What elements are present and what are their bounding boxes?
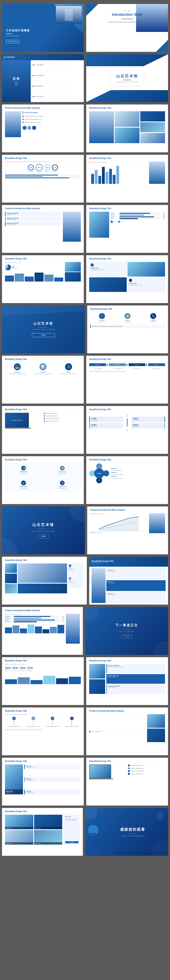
slide-14r-title: Beautifully Design Title xyxy=(89,660,165,662)
slide-12-right: Beautifully Design Title Subtitle descri… xyxy=(89,557,168,605)
slide-16-left: Beautifully Design Title Main Title Subt… xyxy=(2,758,84,805)
slide-6l-title: Beautifully Design Title xyxy=(5,258,81,260)
steps-row-15l: 01 Step description for phase one 02 Ste… xyxy=(5,717,81,727)
slide-5r-title: Beautifully Design Title xyxy=(89,207,165,210)
slide-3r-title: Beautifully Design Title xyxy=(89,107,165,109)
slide-4l-title: Beautifully Design Title xyxy=(5,157,81,159)
toc-item-2: 02 工作亮点展示 xyxy=(33,75,82,76)
slide-row-5: Product Essential And Mind Analysis Anal… xyxy=(2,205,168,253)
cn-brand-btn-7l[interactable]: 了解更多 xyxy=(32,333,55,337)
slide-3l-title: Product Essential And Main Analysis xyxy=(5,107,81,109)
slide-5l-title: Product Essential And Mind Analysis xyxy=(5,207,81,210)
slide-3-left: Product Essential And Main Analysis Prod… xyxy=(2,105,84,152)
slide-16-right: Beautifully Design Title Device descript… xyxy=(86,758,168,805)
slide-4-right: Beautifully Design Title Data analysis r… xyxy=(86,155,168,202)
slide-14-left: Beautifully Design Title Comprehensive a… xyxy=(2,657,84,705)
slide-9r-title: Beautifully Design Title xyxy=(89,408,165,410)
slide-15-left: Beautifully Design Title Process flow an… xyxy=(2,708,84,755)
cn-brand-7l: 山石艺术馆 xyxy=(32,321,55,326)
slide-12r-title: Beautifully Design Title xyxy=(92,560,114,562)
grid-item-3: 🔗 Feature Three Short description xyxy=(5,478,42,491)
cn-btn-11l[interactable]: 了解更多 xyxy=(38,535,49,538)
slide-15l-title: Beautifully Design Title xyxy=(5,710,81,712)
slide-17-right: 感谢您的观看 THANK YOU FOR WATCHING xyxy=(85,808,168,856)
next-chapter-sub: NEXT CHAPTER xyxy=(115,631,138,632)
next-chapter-btn[interactable]: 下一章 xyxy=(122,635,132,639)
slide-row-11: 山石艺术馆 SHANSHI ART MUSEUM 了解更多 Product Es… xyxy=(2,506,168,554)
slide-8-left: Beautifully Design Title 💻 Technology Co… xyxy=(2,356,84,404)
stat-1: 32% Category A xyxy=(28,164,34,172)
slide-9-right: Beautifully Design Title 上升指标 Descriptio… xyxy=(86,406,168,454)
slide-8l-title: Beautifully Design Title xyxy=(5,358,81,360)
slide-2-left: CONTENT 目录 01 工作完成情况 02 工作亮点展示 xyxy=(2,54,84,102)
slide-9l-title: Beautifully Design Title xyxy=(5,408,81,410)
cover-subtitle-cn: 年终工作总结汇报 xyxy=(6,35,80,37)
slide-16l-title: Beautifully Design Title xyxy=(5,760,81,762)
toc-cn-title: 目录 xyxy=(13,77,20,81)
slide-7-left: 山石艺术馆 SHANSHI ART MUSEUM 了解更多 xyxy=(2,305,85,353)
slide-10-right: Beautifully Design Title Center A B C D … xyxy=(86,456,168,504)
slide-12l-title: Beautifully Design Title xyxy=(5,559,84,561)
item-3: Additional information text here xyxy=(22,122,81,123)
slide-row-16: Beautifully Design Title Main Title Subt… xyxy=(2,758,168,805)
slide-row-6: Beautifully Design Title Performance met… xyxy=(2,255,168,303)
laptop-item-3: Feature description three xyxy=(44,418,81,419)
slide-row-17: Beautifully Design Title Image caption I… xyxy=(2,808,168,856)
item-1: Content text goes here for this item xyxy=(22,116,81,117)
icon-item-2: ⭐ Quality Description text xyxy=(116,313,139,323)
stat-4: 11% Category D xyxy=(52,164,58,172)
toc-item-4: 04 明年工作计划 xyxy=(33,96,82,98)
slide-14l-title: Beautifully Design Title xyxy=(5,660,81,662)
intro-title: Introduction Slide xyxy=(90,13,164,17)
cover-btn-cn[interactable]: 点击输入您的内容 xyxy=(6,40,19,43)
3col-item-2: 📊 Analytics Content description for this… xyxy=(31,363,55,374)
cn-sub-11l: SHANSHI ART MUSEUM xyxy=(32,531,55,532)
icon-item-1: 📍 Location Description text xyxy=(90,313,114,323)
cn-brand-title-2r: 山石艺术馆 xyxy=(116,74,138,78)
slide-10r-title: Beautifully Design Title xyxy=(89,458,165,461)
slide-13-left: Product Essential And Main Analysis Prod… xyxy=(2,607,83,655)
slide-10-left: Beautifully Design Title 🌙 Feature One S… xyxy=(2,456,84,504)
toc-item-3: 03 存在问题不足 xyxy=(33,85,82,87)
slide-9-left: Beautifully Design Title Screen Content … xyxy=(2,406,84,454)
slide-11-right: Product Essential And Main Analysis Grow… xyxy=(87,506,168,554)
slide-13-right: 下一章是正文 NEXT CHAPTER 下一章 xyxy=(85,607,168,655)
slide-13l-title: Product Essential And Main Analysis xyxy=(5,609,80,611)
stat-3: 12% Category C xyxy=(44,164,50,172)
3col-item-3: 🌐 Global Content description for this fe… xyxy=(56,363,81,374)
slide-row-15: Beautifully Design Title Process flow an… xyxy=(2,708,168,755)
slide-6r-title: Beautifully Design Title xyxy=(89,258,165,260)
slide-5-right: Beautifully Design Title Item A 75% Item… xyxy=(86,205,168,253)
cn-brand-sub-7l: SHANSHI ART MUSEUM xyxy=(32,329,55,330)
cn-brand-subtitle-2r: SHANSHI ART MUSEUM xyxy=(116,81,138,83)
slide-4-left: Beautifully Design Title Content descrip… xyxy=(2,155,84,202)
slide-8r-title: Beautifully Design Title xyxy=(89,358,165,360)
slide-5-left: Product Essential And Mind Analysis Anal… xyxy=(2,205,84,253)
icon-item-3: 🔧 Support Description text xyxy=(141,313,165,323)
cn-brand-11l: 山石艺术馆 xyxy=(32,522,55,527)
slide-2-right: 山石艺术馆 SHANSHI ART MUSEUM xyxy=(86,54,168,102)
slide-1-right: Slide Title Introduction Slide A wonderf… xyxy=(86,4,168,52)
cover-title-cn: 工作总结汇报模板 xyxy=(6,29,80,32)
slide-8-right: Beautifully Design Title Step 01 ▶ Step … xyxy=(86,356,168,404)
intro-description: A wonderful serenity has taken possessio… xyxy=(90,21,164,23)
stat-2: 41% Category B xyxy=(35,164,43,173)
slide-6-left: Beautifully Design Title Performance met… xyxy=(2,255,84,303)
slide-1-left: 工作总结汇报模板 年终工作总结汇报 点击输入您的内容 xyxy=(2,4,84,52)
slide-15-right: Product Essential And Main Analysis xyxy=(86,708,168,755)
slide-3-right: Beautifully Design Title xyxy=(86,105,168,152)
intro-label: Slide Title xyxy=(90,10,164,12)
toc-label: CONTENT xyxy=(6,56,15,58)
laptop-item-1: Feature description one xyxy=(44,413,81,414)
slide-15r-title: Product Essential And Main Analysis xyxy=(89,710,165,712)
slide-6-right: Beautifully Design Title Design Title Co… xyxy=(86,255,168,303)
slide-11-left: 山石艺术馆 SHANSHI ART MUSEUM 了解更多 xyxy=(2,506,85,554)
slide-row-1: 工作总结汇报模板 年终工作总结汇报 点击输入您的内容 Slide Title I… xyxy=(2,4,168,52)
item-2: Another content description line xyxy=(22,119,81,120)
3col-item-1: 💻 Technology Content description for thi… xyxy=(5,363,30,374)
slide-row-3: Product Essential And Main Analysis Prod… xyxy=(2,105,168,152)
slide-16r-title: Beautifully Design Title xyxy=(89,760,165,762)
grid-item-2: ✨ Feature Two Short description xyxy=(44,463,81,477)
slide-row-9: Beautifully Design Title Screen Content … xyxy=(2,406,168,454)
slide-7r-title: Beautifully Design Title xyxy=(90,308,165,310)
